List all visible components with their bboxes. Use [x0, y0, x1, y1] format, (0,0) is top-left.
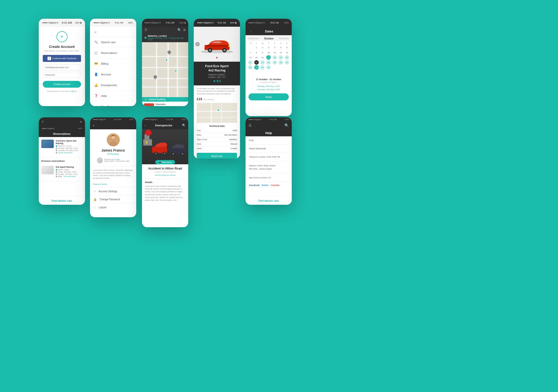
account-icon: 👤 — [94, 72, 98, 76]
lightning-icon: ⚡ — [144, 98, 147, 101]
cancel-reservation-link[interactable]: Cancel reservation — [58, 152, 72, 154]
apply-button[interactable]: Apply — [248, 93, 289, 100]
car-result[interactable]: Chevrolet... 49€ Final price ★★★☆☆ 38 • … — [142, 102, 188, 106]
lock-icon: 🔒 — [94, 198, 97, 201]
location-dot — [144, 37, 146, 39]
search-icon[interactable]: 🔍 — [182, 124, 186, 127]
location-info: Waterloo, London Monday, 14th May, 12:00… — [148, 35, 186, 41]
month-october[interactable]: October — [264, 37, 274, 40]
location-map[interactable] — [197, 103, 237, 123]
menu-item-account[interactable]: 👤 Account — [90, 69, 136, 80]
user-name: James Franco — [101, 148, 125, 152]
back-icon[interactable]: ‹ — [144, 124, 146, 127]
car-detail-screen: ●●●● Oligame ▾ 9:41 AM 42% ▮ — [194, 19, 240, 159]
calendar-dot — [56, 148, 57, 149]
tech-row-miles: Miles 100-150,000m — [197, 133, 237, 137]
menu-item-signout[interactable]: ⭯ Sign Out — [90, 101, 136, 106]
create-account-title: Create Account — [49, 45, 75, 49]
emergency-photo[interactable]: $ 📷 Add photo — [142, 129, 188, 164]
change-password-item[interactable]: 🔒 Change Password — [90, 195, 136, 203]
tech-row-year: Year 2006 — [197, 128, 237, 133]
find-electric-cars-button[interactable]: Find electric cars — [258, 199, 279, 202]
status-bar: ●●●● Oligame ▾ 9:41 AM 42% ▮ — [39, 19, 85, 27]
find-cars-footer: Find electric cars — [39, 196, 85, 205]
find-electric-cars-button[interactable]: Find electric cars — [52, 199, 72, 202]
menu-item-emergencies[interactable]: 🔔 Emergencies — [90, 80, 136, 91]
close-icon[interactable]: ✕ — [94, 30, 97, 34]
svg-rect-26 — [143, 139, 152, 146]
see-reservation-link[interactable]: See reservation — [64, 176, 76, 177]
add-photo-button[interactable]: 📷 Add photo — [155, 160, 175, 164]
profile-section: James Franco 95 Reviews Personal score: … — [90, 129, 136, 167]
menu-item-search-cars[interactable]: 🔍 Search cars — [90, 37, 136, 48]
price-dot — [56, 176, 57, 177]
continue-with-facebook-button[interactable]: f Continue with Facebook — [43, 55, 81, 62]
dates-title: Dates — [252, 30, 287, 33]
map-pin[interactable] — [174, 70, 177, 72]
back-icon[interactable]: ‹ — [93, 123, 94, 127]
screens-container: ●●●● Oligame ▾ 9:41 AM 42% ▮ + Create Ac… — [0, 0, 558, 392]
payment-details-link[interactable]: Payment details — [90, 182, 136, 187]
twitter-link[interactable]: Twitter — [262, 184, 269, 187]
create-account-screen: ●●●● Oligame ▾ 9:41 AM 42% ▮ + Create Ac… — [39, 19, 85, 106]
emergencies-icon: 🔔 — [94, 83, 98, 87]
status-bar: ☰ ⊞ — [39, 117, 85, 126]
date-range: 17 October - 31 October — [248, 78, 289, 81]
days-of-week: M T W T F S S — [248, 42, 290, 44]
hamburger-icon[interactable]: ☰ — [248, 123, 252, 127]
svg-rect-8 — [204, 45, 206, 47]
create-account-button[interactable]: Create account — [43, 81, 81, 88]
month-november[interactable]: November — [279, 37, 289, 40]
time: 9:41 AM — [62, 21, 72, 24]
svg-point-0 — [201, 50, 233, 53]
settings-label-password: Change Password — [100, 198, 120, 201]
svg-text:$: $ — [146, 140, 148, 144]
instant-booking-bar: ⚡ Instant booking — [142, 97, 188, 102]
camera-icon: 📷 — [159, 161, 162, 163]
search-icon[interactable]: 🔍 — [178, 28, 181, 32]
incident-details: Details Lorem ipsum dolor sit amet, cons… — [142, 179, 188, 203]
hamburger-icon[interactable]: ☰ — [144, 28, 147, 32]
menu-label-billing: Billing — [101, 62, 108, 65]
signin-link[interactable]: Sign in — [71, 90, 77, 92]
filter-icon[interactable]: ⊞ — [183, 28, 186, 32]
book-now-button[interactable]: Book now — [197, 153, 237, 159]
month-september[interactable]: September — [248, 37, 259, 40]
menu-item-help[interactable]: ❓ Help — [90, 91, 136, 101]
carrier: ●●●● Oligame ▾ — [94, 21, 110, 24]
call-emergency-link[interactable]: Call Emergency service — [145, 174, 185, 176]
menu-screen: ●●●● Oligame ▾ 9:41 AM 42% ✕ 🔍 Search ca… — [90, 19, 136, 106]
account-settings-item[interactable]: ⚙ Account Settings — [90, 187, 136, 195]
car-price-note: After cleaning — [203, 99, 214, 100]
carrier: ●●●● Oligame ▾ — [42, 21, 58, 24]
version-label: App version number: 2.0 — [249, 176, 288, 180]
youtube-link[interactable]: Youtube — [271, 184, 280, 187]
avatar — [107, 133, 120, 146]
search-icon[interactable]: 🔍 — [284, 123, 289, 127]
signout-icon: ⭯ — [94, 105, 98, 106]
address-info: Address: Hinton Road, Bristol.BS5 6HA - … — [246, 162, 292, 174]
profile-header: ‹ — [90, 121, 136, 129]
incident-name: Accident in Hilton Road — [145, 167, 185, 170]
back-arrow-icon[interactable]: ‹ — [195, 42, 200, 46]
favorite-icon[interactable]: ♥ — [216, 56, 218, 60]
map-pin[interactable] — [165, 59, 168, 61]
user-bio: Lorem ipsum dolor sit amet, consectetur … — [90, 167, 136, 182]
map-view[interactable] — [142, 42, 188, 97]
help-screen: ●●●● Oligame 9:41 AM 42% ☰ 🔍 Help FAQ Ab… — [246, 117, 292, 205]
status-bar: ●●●● Oligame ▾ 9:41 AM 42% ▮ — [142, 19, 188, 27]
accident-image: $ — [142, 129, 188, 164]
tech-row-fuel: Type of fuel Gasoline — [197, 137, 237, 142]
status-bar: ●●●● Oligame ▾ 9:41 AM 42% ▮ — [194, 19, 240, 27]
email-field[interactable] — [43, 64, 81, 70]
password-field[interactable] — [43, 72, 81, 78]
svg-point-18 — [155, 153, 157, 155]
menu-item-reservations[interactable]: 🛒 Reservations — [90, 48, 136, 58]
battery: 42% ▮ — [75, 21, 82, 24]
about-item[interactable]: About Moovendo — [246, 145, 292, 153]
logout-item[interactable]: ⭯ Logout — [90, 203, 136, 211]
facebook-link[interactable]: Facebook — [249, 184, 260, 187]
menu-item-billing[interactable]: 💳 Billing — [90, 58, 136, 69]
faq-item[interactable]: FAQ — [246, 136, 292, 145]
menu-label-reservations: Reservations — [101, 51, 117, 54]
